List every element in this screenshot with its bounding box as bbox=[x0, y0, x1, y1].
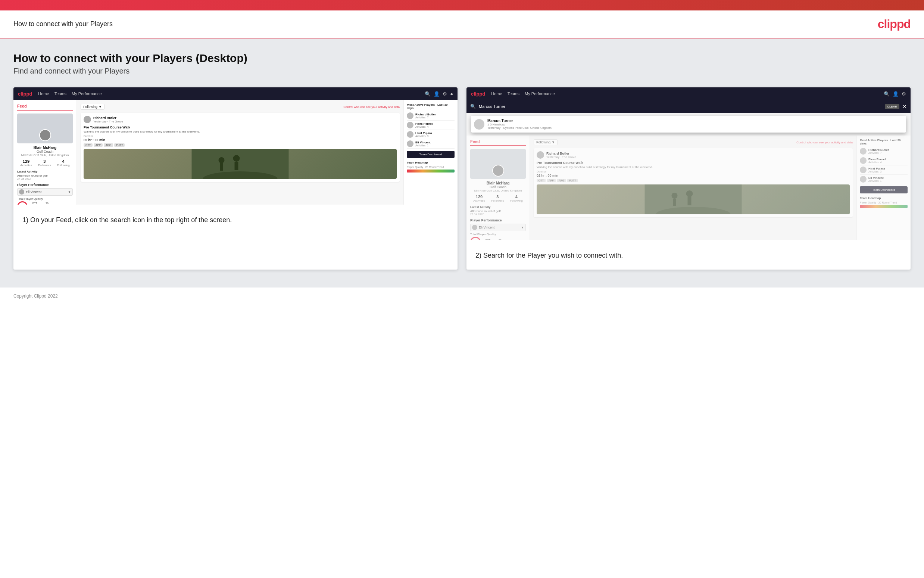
player-select-name-2: Eli Vincent bbox=[479, 226, 494, 229]
player-list-acts-1: Activities: 4 bbox=[415, 125, 433, 128]
player-list-name-1: Piers Parnell bbox=[868, 157, 886, 161]
app-logo-1: clippd bbox=[18, 91, 32, 97]
player-list-avatar-3 bbox=[860, 176, 867, 183]
player-list-name-0: Richard Butler bbox=[868, 148, 889, 152]
player-list-avatar-0 bbox=[860, 148, 867, 154]
svg-point-2 bbox=[219, 157, 225, 163]
step1-desc: 1) On your Feed, click on the search ico… bbox=[13, 205, 458, 234]
search-icon-input-2: 🔍 bbox=[470, 104, 476, 109]
player-list-info-1: Piers Parnell Activities: 4 bbox=[868, 157, 886, 164]
player-list-avatar-0 bbox=[407, 112, 413, 119]
tag-arg-2: ARG bbox=[557, 179, 566, 182]
app-left-panel-2: Feed Blair McHarg Golf Coach Mill Ride G… bbox=[466, 136, 530, 240]
quality-bars-2: OTT 79 APP 70 bbox=[485, 239, 502, 240]
tag-putt-2: PUTT bbox=[567, 179, 578, 182]
search-result-name-2[interactable]: Marcus Turner bbox=[487, 119, 552, 123]
avatar-icon-1[interactable]: ● bbox=[450, 91, 453, 97]
following-btn-1[interactable]: Following ▼ bbox=[81, 104, 105, 110]
header: How to connect with your Players clippd bbox=[0, 10, 924, 39]
app-right-panel-2: Most Active Players · Last 30 days Richa… bbox=[856, 136, 911, 240]
team-dashboard-btn-1[interactable]: Team Dashboard bbox=[407, 151, 455, 158]
app-nav-links-1: Home Teams My Performance bbox=[38, 91, 419, 96]
player-list-acts-0: Activities: 7 bbox=[868, 152, 889, 154]
feed-duration-2: 02 hr : 00 min bbox=[537, 174, 850, 177]
player-list-name-1: Piers Parnell bbox=[415, 122, 433, 125]
player-list-name-3: Eli Vincent bbox=[868, 176, 884, 180]
nav-link-home-1[interactable]: Home bbox=[38, 91, 49, 96]
page-heading: How to connect with your Players (Deskto… bbox=[13, 52, 911, 65]
player-list-avatar-1 bbox=[407, 122, 413, 128]
quality-label-2: Total Player Quality bbox=[470, 233, 526, 236]
player-select-1[interactable]: Eli Vincent ▼ bbox=[17, 188, 73, 196]
stat-num-activities-2: 129 bbox=[473, 195, 485, 199]
person-icon-1[interactable]: 👤 bbox=[434, 91, 440, 97]
feed-card-user-2: Richard Butler Yesterday · The Grove bbox=[537, 151, 850, 159]
search-result-handicap-2: 1-5 Handicap bbox=[487, 123, 552, 126]
bar-value-ott-2: 79 bbox=[495, 239, 502, 240]
search-icon-1[interactable]: 🔍 bbox=[425, 91, 430, 97]
svg-rect-11 bbox=[688, 197, 691, 205]
team-heatmap-section-1: Team Heatmap Player Quality · 20 Round T… bbox=[407, 161, 455, 172]
following-bar-2: Following ▼ Control who can see your act… bbox=[534, 139, 853, 145]
nav-link-teams-1[interactable]: Teams bbox=[55, 91, 66, 96]
person-icon-2[interactable]: 👤 bbox=[893, 91, 899, 97]
following-arrow-1: ▼ bbox=[99, 105, 102, 109]
following-btn-2: Following ▼ bbox=[534, 139, 558, 145]
feed-tab-1[interactable]: Feed bbox=[17, 104, 73, 110]
nav-link-performance-2[interactable]: My Performance bbox=[525, 91, 555, 96]
stat-label-followers-1: Followers bbox=[38, 164, 51, 167]
player-list-item-3: Eli Vincent Activities: 1 bbox=[407, 139, 455, 149]
player-list-acts-3: Activities: 1 bbox=[868, 180, 884, 182]
search-input-2[interactable] bbox=[479, 104, 882, 109]
svg-rect-9 bbox=[673, 199, 676, 206]
app-nav-icons-1: 🔍 👤 ⚙ ● bbox=[425, 91, 453, 97]
player-list-info-1: Piers Parnell Activities: 4 bbox=[415, 122, 433, 128]
stat-activities-2: 129 Activities bbox=[473, 195, 485, 202]
player-select-name-1: Eli Vincent bbox=[26, 190, 41, 194]
feed-duration-1: 02 hr : 00 min bbox=[84, 138, 397, 142]
quality-circle-1: 84 bbox=[17, 201, 28, 205]
profile-avatar-1 bbox=[39, 129, 51, 141]
settings-icon-1[interactable]: ⚙ bbox=[443, 91, 447, 97]
clear-button-2[interactable]: CLEAR bbox=[885, 104, 900, 109]
stat-num-following-2: 4 bbox=[510, 195, 523, 199]
quality-bars-1: OTT 79 APP 70 bbox=[32, 202, 49, 205]
player-list-name-3: Eli Vincent bbox=[415, 141, 430, 144]
settings-icon-2[interactable]: ⚙ bbox=[901, 91, 906, 97]
app-nav-2: clippd Home Teams My Performance 🔍 👤 ⚙ bbox=[466, 88, 911, 100]
nav-link-home-2[interactable]: Home bbox=[491, 91, 502, 96]
app-nav-links-2: Home Teams My Performance bbox=[491, 91, 878, 96]
player-list-acts-2: Activities: 3 bbox=[415, 135, 432, 137]
player-select-2: Eli Vincent ▼ bbox=[470, 224, 526, 231]
feed-avatar-1 bbox=[84, 116, 91, 123]
stat-label-followers-2: Followers bbox=[491, 199, 504, 202]
feed-card-user-1: Richard Butler Yesterday · The Grove bbox=[84, 116, 397, 123]
profile-name-2: Blair McHarg bbox=[470, 181, 526, 185]
feed-user-name-1: Richard Butler bbox=[93, 116, 123, 120]
app-logo-2: clippd bbox=[471, 91, 485, 97]
nav-link-teams-2[interactable]: Teams bbox=[508, 91, 519, 96]
player-list-acts-3: Activities: 1 bbox=[415, 144, 430, 147]
player-list-avatar-2 bbox=[860, 167, 867, 173]
feed-duration-label-1: Duration bbox=[84, 135, 397, 137]
player-list-info-2: Hiral Pujara Activities: 3 bbox=[868, 167, 885, 173]
player-perf-label-2: Player Performance bbox=[470, 218, 526, 222]
heatmap-bar-2 bbox=[860, 205, 908, 208]
close-search-icon-2[interactable]: ✕ bbox=[902, 104, 907, 109]
nav-link-performance-1[interactable]: My Performance bbox=[72, 91, 102, 96]
team-heatmap-title-1: Team Heatmap bbox=[407, 161, 455, 164]
player-list-item-1: Piers Parnell Activities: 4 bbox=[407, 120, 455, 130]
feed-image-2 bbox=[537, 185, 850, 214]
player-list-item-2: Hiral Pujara Activities: 3 bbox=[860, 166, 908, 175]
search-icon-2[interactable]: 🔍 bbox=[884, 91, 890, 97]
control-link-1[interactable]: Control who can see your activity and da… bbox=[343, 105, 400, 109]
stat-activities-1: 129 Activities bbox=[20, 159, 32, 167]
stat-followers-1: 3 Followers bbox=[38, 159, 51, 167]
player-list-item-1: Piers Parnell Activities: 4 bbox=[860, 156, 908, 166]
activity-text-2: Afternoon round of golf bbox=[470, 209, 526, 213]
control-link-2: Control who can see your activity and da… bbox=[796, 141, 853, 144]
screenshot-panel-1: clippd Home Teams My Performance 🔍 👤 ⚙ ● bbox=[13, 88, 458, 270]
feed-tags-1: OTT APP ARG PUTT bbox=[84, 143, 397, 147]
player-list-name-2: Hiral Pujara bbox=[415, 132, 432, 135]
search-dropdown-2: Marcus Turner 1-5 Handicap Yesterday · C… bbox=[471, 116, 906, 133]
